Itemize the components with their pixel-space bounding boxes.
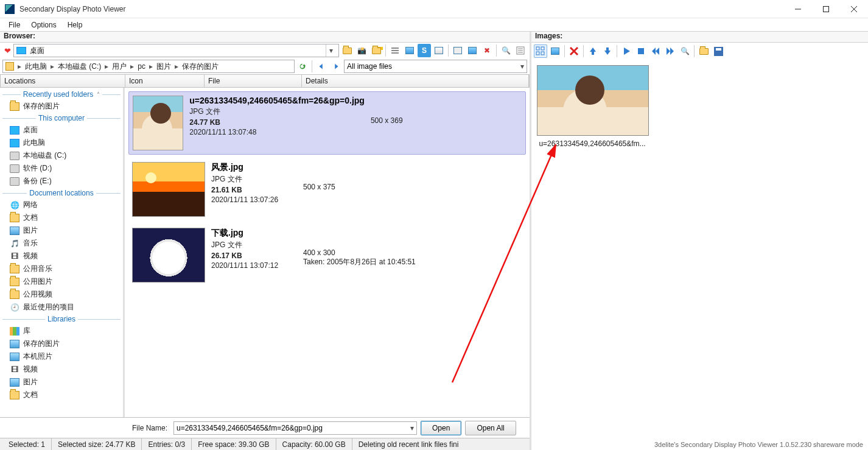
separator [694, 45, 695, 57]
refresh-button[interactable] [296, 60, 309, 73]
breadcrumb-arrow-icon[interactable]: ▸ [129, 62, 135, 71]
menu-options[interactable]: Options [26, 19, 61, 30]
tree-section-recent[interactable]: Recently used folders˄ [0, 89, 123, 100]
tree-node[interactable]: 🌐网络 [0, 199, 123, 211]
next-icon[interactable] [663, 44, 677, 58]
tree-node[interactable]: 🎞视频 [0, 250, 123, 262]
file-filter-combo[interactable]: All image files ▾ [344, 60, 527, 73]
favorite-icon[interactable]: ❤ [2, 46, 12, 55]
view-thumb-icon[interactable] [403, 44, 416, 57]
stop-icon[interactable] [634, 44, 648, 58]
sort-icon[interactable]: S [418, 44, 431, 57]
view-slide-icon[interactable] [451, 44, 464, 57]
tree-node[interactable]: 图片 [0, 376, 123, 388]
open-folder-button[interactable] [340, 44, 354, 57]
move-down-icon[interactable] [601, 44, 614, 58]
separator [385, 44, 386, 57]
tree-node[interactable]: 公用视频 [0, 288, 123, 301]
tree-node[interactable]: 公用图片 [0, 275, 123, 288]
crumb-0[interactable]: 此电脑 [23, 62, 49, 72]
breadcrumb[interactable]: ▸ 此电脑 ▸ 本地磁盘 (C:) ▸ 用户 ▸ pc ▸ 图片 ▸ 保存的图片 [2, 60, 295, 73]
file-item[interactable]: 下载.jpg JPG 文件 26.17 KB 2020/11/11 13:07:… [128, 224, 526, 286]
view-single-icon[interactable] [548, 44, 562, 58]
play-icon[interactable] [620, 44, 633, 58]
tree-section-computer[interactable]: This computer [0, 113, 123, 124]
crumb-3[interactable]: pc [135, 62, 148, 71]
images-body[interactable]: u=2631334549,246605465&fm... [531, 60, 868, 439]
zoom-icon[interactable]: 🔍 [678, 44, 691, 58]
collapse-icon[interactable]: ˄ [97, 91, 100, 98]
open-all-button[interactable]: Open All [465, 421, 516, 435]
close-button[interactable] [840, 0, 868, 18]
menu-help[interactable]: Help [63, 19, 88, 30]
nav-back-button[interactable] [315, 60, 328, 73]
crumb-2[interactable]: 用户 [110, 62, 129, 72]
chevron-down-icon[interactable]: ▾ [520, 62, 524, 71]
delete-icon[interactable]: ✖ [480, 44, 494, 57]
image-thumbnail-card[interactable]: u=2631334549,246605465&fm... [535, 63, 649, 150]
minimize-button[interactable] [784, 0, 812, 18]
breadcrumb-arrow-icon[interactable]: ▸ [16, 62, 23, 71]
tree-node[interactable]: 🕘最近使用的项目 [0, 301, 123, 314]
nav-forward-button[interactable] [329, 60, 343, 73]
breadcrumb-arrow-icon[interactable]: ▸ [103, 62, 110, 71]
move-up-icon[interactable] [586, 44, 600, 58]
tree-node[interactable]: 文档 [0, 211, 123, 224]
separator [617, 45, 617, 57]
view-details-icon[interactable] [388, 44, 402, 57]
file-dimensions: 400 x 300 [303, 248, 522, 257]
col-locations[interactable]: Locations [1, 75, 125, 87]
file-list[interactable]: u=2631334549,246605465&fm=26&gp=0.jpg JP… [125, 88, 530, 417]
tree-node[interactable]: 🎞视频 [0, 363, 123, 376]
drive-icon [10, 164, 19, 173]
tree-section-doclocs[interactable]: Document locations [0, 188, 123, 199]
tree-node[interactable]: 软件 (D:) [0, 162, 123, 175]
view-strip-icon[interactable] [466, 44, 479, 57]
menu-file[interactable]: File [4, 19, 25, 30]
chevron-down-icon[interactable]: ▾ [410, 424, 414, 432]
tree-node[interactable]: 保存的图片 [0, 337, 123, 350]
tree-node[interactable]: 图片 [0, 224, 123, 237]
tree-node[interactable]: 备份 (E:) [0, 175, 123, 188]
tree-node[interactable]: 桌面 [0, 124, 123, 136]
chevron-down-icon[interactable]: ▾ [326, 44, 336, 57]
filename-value: u=2631334549,246605465&fm=26&gp=0.jpg [177, 424, 323, 432]
maximize-button[interactable] [812, 0, 840, 18]
folder-star-icon[interactable] [369, 44, 383, 57]
tree-node[interactable]: 🎵音乐 [0, 237, 123, 250]
tree-node[interactable]: 本机照片 [0, 350, 123, 363]
prev-icon[interactable] [649, 44, 662, 58]
location-combo[interactable]: 桌面 ▾ [13, 44, 339, 57]
crumb-5[interactable]: 保存的图片 [180, 62, 221, 72]
tree-node[interactable]: 本地磁盘 (C:) [0, 149, 123, 162]
crumb-4[interactable]: 图片 [154, 62, 173, 72]
breadcrumb-arrow-icon[interactable]: ▸ [49, 62, 55, 71]
col-icon[interactable]: Icon [125, 75, 205, 87]
tree-node[interactable]: 公用音乐 [0, 262, 123, 275]
breadcrumb-arrow-icon[interactable]: ▸ [148, 62, 154, 71]
save-icon[interactable] [712, 44, 725, 58]
camera-icon[interactable]: 📸 [355, 44, 368, 57]
view-grid-icon[interactable] [534, 44, 547, 58]
filename-combo[interactable]: u=2631334549,246605465&fm=26&gp=0.jpg ▾ [173, 421, 417, 435]
tree-node[interactable]: 库 [0, 325, 123, 337]
open-button[interactable]: Open [421, 421, 461, 435]
col-file[interactable]: File [205, 75, 302, 87]
tree-node[interactable]: 此电脑 [0, 136, 123, 149]
open-folder-icon[interactable] [697, 44, 710, 58]
tree-node[interactable]: 文档 [0, 388, 123, 401]
remove-image-icon[interactable] [567, 44, 581, 58]
computer-icon [10, 139, 19, 147]
file-item[interactable]: 风景.jpg JPG 文件 21.61 KB 2020/11/11 13:07:… [128, 158, 526, 220]
tree-section-libraries[interactable]: Libraries [0, 314, 123, 325]
crumb-1[interactable]: 本地磁盘 (C:) [55, 62, 103, 72]
slideshow-icon[interactable] [432, 44, 446, 57]
tree-node[interactable]: 保存的图片 [0, 100, 123, 113]
col-details[interactable]: Details [302, 75, 529, 87]
recent-icon: 🕘 [10, 303, 19, 312]
file-item[interactable]: u=2631334549,246605465&fm=26&gp=0.jpg JP… [128, 91, 526, 155]
properties-icon[interactable] [514, 44, 527, 57]
locations-tree[interactable]: Recently used folders˄ 保存的图片 This comput… [0, 88, 125, 417]
breadcrumb-arrow-icon[interactable]: ▸ [173, 62, 180, 71]
search-icon[interactable]: 🔍 [499, 44, 513, 57]
